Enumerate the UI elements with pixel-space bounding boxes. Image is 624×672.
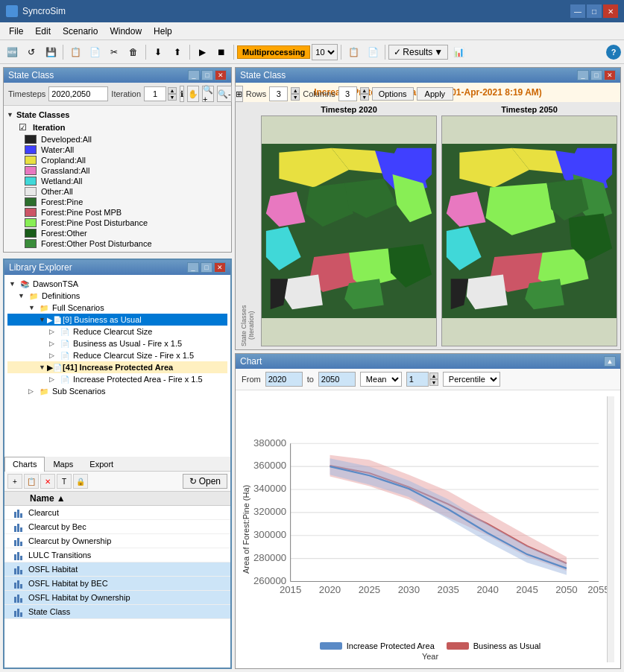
menu-window[interactable]: Window xyxy=(104,25,148,38)
tree-sub-scenarios[interactable]: ▷ 📁 Sub Scenarios xyxy=(7,385,227,397)
state-class-minimize[interactable]: _ xyxy=(188,70,200,80)
map-2050[interactable] xyxy=(441,115,617,346)
tree-scenario-42[interactable]: ▷ 📄 Increase Protected Area - Fire x 1.5 xyxy=(7,373,227,385)
legend-item-forest-other[interactable]: Forest:Other xyxy=(13,228,228,238)
chart-row-clearcut-bec[interactable]: Clearcut by Bec xyxy=(4,520,230,534)
legend-item-forest-pine[interactable]: Forest:Pine xyxy=(13,197,228,207)
lib-restore[interactable]: □ xyxy=(201,262,212,273)
iteration-chart-input[interactable] xyxy=(406,372,429,387)
paste-results-button[interactable]: 📄 xyxy=(364,43,382,61)
save-button[interactable]: 💾 xyxy=(42,43,60,61)
copy-results-button[interactable]: 📋 xyxy=(344,43,362,61)
tree-scenario-33[interactable]: ▷ 📄 Reduce Clearcut Size xyxy=(7,326,227,337)
chart-row-state-class[interactable]: State Class xyxy=(4,605,230,619)
menu-scenario[interactable]: Scenario xyxy=(57,25,104,38)
menu-help[interactable]: Help xyxy=(148,25,178,38)
lib-close[interactable]: ✕ xyxy=(214,262,226,273)
legend-item-water[interactable]: Water:All xyxy=(13,145,228,155)
columns-input[interactable] xyxy=(338,86,357,101)
tree-scenario-9[interactable]: ▼ ▶📄 [9] Business as Usual xyxy=(7,314,227,326)
map-close[interactable]: ✕ xyxy=(604,70,616,80)
open-button[interactable]: ↺ xyxy=(22,43,40,61)
chart-row-osfl-bec[interactable]: OSFL Habitat by BEC xyxy=(4,577,230,591)
chart-scroll-indicator[interactable] xyxy=(607,396,614,662)
legend-item-other[interactable]: Other:All xyxy=(13,186,228,197)
rows-down[interactable]: ▼ xyxy=(291,94,300,101)
close-button[interactable]: ✕ xyxy=(603,4,618,18)
lib-minimize[interactable]: _ xyxy=(187,262,199,273)
paste-button[interactable]: 📄 xyxy=(86,43,104,61)
legend-item-forest-pine-dist[interactable]: Forest:Pine Post Disturbance xyxy=(13,218,228,228)
zoom-fit-button[interactable]: ⊞ xyxy=(235,86,243,102)
export-button[interactable]: ⬆ xyxy=(168,43,186,61)
menu-file[interactable]: File xyxy=(3,25,29,38)
minimize-button[interactable]: — xyxy=(570,4,585,18)
chart-iter-down[interactable]: ▼ xyxy=(429,379,438,386)
map-restore[interactable]: □ xyxy=(590,70,602,80)
state-class-close[interactable]: ✕ xyxy=(215,70,227,80)
tab-maps[interactable]: Maps xyxy=(45,457,81,471)
zoom-in-button[interactable]: 🔍+ xyxy=(202,86,214,102)
new-button[interactable]: 🆕 xyxy=(3,43,21,61)
iteration-down[interactable]: ▼ xyxy=(168,94,177,101)
map-2020[interactable] xyxy=(261,115,437,346)
delete-button[interactable]: 🗑 xyxy=(125,43,142,61)
iteration-up[interactable]: ▲ xyxy=(168,87,177,94)
cut-button[interactable]: ✂ xyxy=(105,43,123,61)
chart-row-osfl-ownership[interactable]: OSFL Habitat by Ownership xyxy=(4,591,230,605)
name-column-header[interactable]: Name ▲ xyxy=(30,493,227,504)
rename-chart-button[interactable]: T xyxy=(57,474,72,489)
tree-scenario-37[interactable]: ▷ 📄 Reduce Clearcut Size - Fire x 1.5 xyxy=(7,349,227,361)
map-minimize[interactable]: _ xyxy=(577,70,589,80)
legend-item-forest-pine-mpb[interactable]: Forest:Pine Post MPB xyxy=(13,207,228,218)
results-button[interactable]: ✓ Results ▼ xyxy=(388,45,448,60)
run-button[interactable]: ▶ xyxy=(193,43,211,61)
mean-dropdown[interactable]: Mean xyxy=(360,372,402,387)
options-button[interactable]: Options xyxy=(372,87,414,101)
maximize-button[interactable]: □ xyxy=(587,4,602,18)
chart-row-clearcut-ownership[interactable]: Clearcut by Ownership xyxy=(4,534,230,548)
tree-dawsontsa[interactable]: ▼ 📚 DawsonTSA xyxy=(7,278,227,290)
legend-item-forest-other-dist[interactable]: Forest:Other Post Disturbance xyxy=(13,238,228,249)
copy-button[interactable]: 📋 xyxy=(66,43,84,61)
info-button[interactable]: ℹ xyxy=(180,86,184,102)
lock-chart-button[interactable]: 🔒 xyxy=(73,474,88,489)
legend-collapse[interactable]: ▼ xyxy=(7,111,13,118)
help-button[interactable]: ? xyxy=(606,45,621,60)
tree-full-scenarios[interactable]: ▼ 📁 Full Scenarios xyxy=(7,302,227,314)
chart-button[interactable]: 📊 xyxy=(450,43,467,61)
chart-row-osfl[interactable]: OSFL Habitat xyxy=(4,562,230,577)
legend-item-wetland[interactable]: Wetland:All xyxy=(13,176,228,186)
open-chart-button[interactable]: ↻ Open xyxy=(183,474,227,489)
add-chart-button[interactable]: + xyxy=(7,474,22,489)
columns-down[interactable]: ▼ xyxy=(360,94,369,101)
rows-up[interactable]: ▲ xyxy=(291,87,300,94)
multiprocessing-count[interactable]: 10 xyxy=(312,44,338,60)
zoom-out-button[interactable]: 🔍- xyxy=(217,86,232,102)
from-input[interactable] xyxy=(265,372,303,387)
percentile-dropdown[interactable]: Percentile xyxy=(443,372,500,387)
legend-item-developed[interactable]: Developed:All xyxy=(13,134,228,145)
copy-chart-button[interactable]: 📋 xyxy=(24,474,39,489)
tab-export[interactable]: Export xyxy=(81,457,122,471)
chart-row-clearcut[interactable]: Clearcut xyxy=(4,506,230,520)
delete-chart-button[interactable]: ✕ xyxy=(40,474,55,489)
state-class-restore[interactable]: □ xyxy=(201,70,213,80)
to-input[interactable] xyxy=(318,372,356,387)
menu-edit[interactable]: Edit xyxy=(29,25,57,38)
iteration-input[interactable] xyxy=(144,86,166,101)
stop-button[interactable]: ⏹ xyxy=(212,43,230,61)
rows-input[interactable] xyxy=(269,86,288,101)
legend-item-grassland[interactable]: Grassland:All xyxy=(13,165,228,176)
chart-scroll-up[interactable]: ▲ xyxy=(604,356,616,367)
pan-button[interactable]: ✋ xyxy=(187,86,199,102)
import-button[interactable]: ⬇ xyxy=(149,43,167,61)
chart-iter-up[interactable]: ▲ xyxy=(429,373,438,379)
timesteps-input[interactable] xyxy=(48,86,108,101)
columns-up[interactable]: ▲ xyxy=(360,87,369,94)
apply-button[interactable]: Apply xyxy=(417,87,454,101)
multiprocessing-button[interactable]: Multiprocessing xyxy=(237,45,310,59)
tree-definitions[interactable]: ▼ 📁 Definitions xyxy=(7,290,227,302)
chart-row-lulc[interactable]: LULC Transitions xyxy=(4,548,230,562)
tree-scenario-41[interactable]: ▼ ▶📄 [41] Increase Protected Area xyxy=(7,361,227,373)
